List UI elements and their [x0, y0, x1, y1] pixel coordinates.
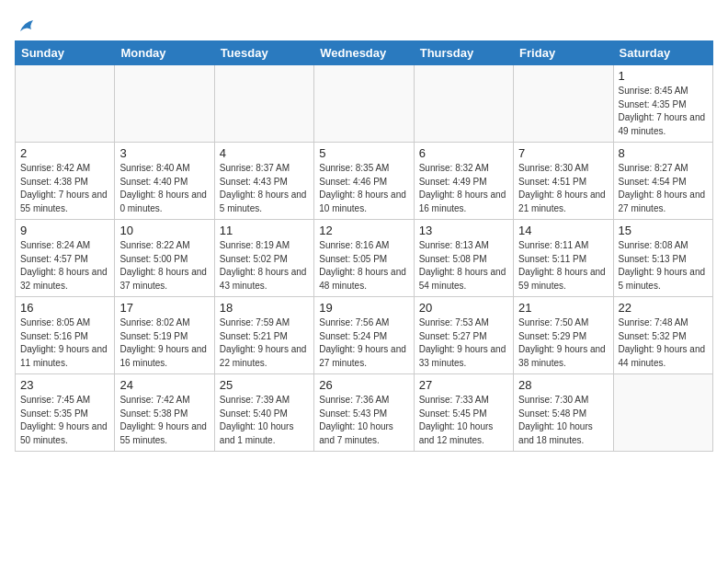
calendar-table: SundayMondayTuesdayWednesdayThursdayFrid…: [15, 40, 713, 452]
weekday-header-friday: Friday: [514, 41, 613, 65]
day-info: Sunrise: 8:37 AM Sunset: 4:43 PM Dayligh…: [220, 162, 309, 215]
day-info: Sunrise: 7:39 AM Sunset: 5:40 PM Dayligh…: [220, 394, 309, 447]
day-number: 5: [319, 146, 408, 160]
calendar-cell: 27Sunrise: 7:33 AM Sunset: 5:45 PM Dayli…: [414, 374, 513, 452]
day-number: 6: [419, 146, 508, 160]
day-info: Sunrise: 8:05 AM Sunset: 5:16 PM Dayligh…: [20, 316, 109, 370]
day-number: 15: [619, 224, 708, 237]
day-number: 8: [619, 146, 708, 160]
calendar-cell: 10Sunrise: 8:22 AM Sunset: 5:00 PM Dayli…: [115, 220, 214, 297]
calendar-cell: 12Sunrise: 8:16 AM Sunset: 5:05 PM Dayli…: [314, 220, 414, 297]
calendar-cell: [16, 65, 115, 143]
calendar-cell: 23Sunrise: 7:45 AM Sunset: 5:35 PM Dayli…: [16, 374, 115, 452]
page-header: [15, 15, 713, 33]
calendar-cell: 9Sunrise: 8:24 AM Sunset: 4:57 PM Daylig…: [16, 220, 115, 297]
day-info: Sunrise: 7:33 AM Sunset: 5:45 PM Dayligh…: [419, 394, 508, 447]
day-info: Sunrise: 7:45 AM Sunset: 5:35 PM Dayligh…: [20, 394, 109, 447]
day-info: Sunrise: 7:50 AM Sunset: 5:29 PM Dayligh…: [518, 316, 608, 370]
day-number: 21: [518, 301, 608, 315]
day-info: Sunrise: 7:48 AM Sunset: 5:32 PM Dayligh…: [619, 316, 708, 370]
calendar-cell: 3Sunrise: 8:40 AM Sunset: 4:40 PM Daylig…: [115, 143, 214, 220]
day-info: Sunrise: 7:56 AM Sunset: 5:24 PM Dayligh…: [319, 316, 408, 370]
calendar-week-row: 16Sunrise: 8:05 AM Sunset: 5:16 PM Dayli…: [16, 297, 713, 374]
day-info: Sunrise: 8:40 AM Sunset: 4:40 PM Dayligh…: [119, 162, 209, 215]
day-info: Sunrise: 7:42 AM Sunset: 5:38 PM Dayligh…: [119, 394, 209, 447]
calendar-week-row: 9Sunrise: 8:24 AM Sunset: 4:57 PM Daylig…: [16, 220, 713, 297]
day-info: Sunrise: 8:08 AM Sunset: 5:13 PM Dayligh…: [619, 239, 708, 293]
weekday-header-tuesday: Tuesday: [214, 41, 313, 65]
logo: [15, 18, 37, 33]
calendar-cell: 13Sunrise: 8:13 AM Sunset: 5:08 PM Dayli…: [414, 220, 513, 297]
day-number: 2: [20, 146, 109, 160]
day-info: Sunrise: 8:24 AM Sunset: 4:57 PM Dayligh…: [20, 239, 109, 293]
day-info: Sunrise: 7:53 AM Sunset: 5:27 PM Dayligh…: [419, 316, 508, 370]
day-number: 4: [220, 146, 309, 160]
day-info: Sunrise: 7:59 AM Sunset: 5:21 PM Dayligh…: [220, 316, 309, 370]
day-number: 26: [319, 378, 408, 392]
calendar-cell: 16Sunrise: 8:05 AM Sunset: 5:16 PM Dayli…: [16, 297, 115, 374]
weekday-header-thursday: Thursday: [414, 41, 513, 65]
day-number: 22: [619, 301, 708, 315]
calendar-cell: 5Sunrise: 8:35 AM Sunset: 4:46 PM Daylig…: [314, 143, 414, 220]
day-number: 9: [20, 224, 109, 237]
calendar-cell: 2Sunrise: 8:42 AM Sunset: 4:38 PM Daylig…: [16, 143, 115, 220]
calendar-cell: 11Sunrise: 8:19 AM Sunset: 5:02 PM Dayli…: [214, 220, 313, 297]
calendar-cell: 28Sunrise: 7:30 AM Sunset: 5:48 PM Dayli…: [514, 374, 613, 452]
calendar-cell: [613, 374, 712, 452]
day-info: Sunrise: 8:11 AM Sunset: 5:11 PM Dayligh…: [518, 239, 608, 293]
calendar-header-row: SundayMondayTuesdayWednesdayThursdayFrid…: [16, 41, 713, 65]
day-info: Sunrise: 8:35 AM Sunset: 4:46 PM Dayligh…: [319, 162, 408, 215]
calendar-cell: 1Sunrise: 8:45 AM Sunset: 4:35 PM Daylig…: [613, 65, 712, 143]
day-number: 13: [419, 224, 508, 237]
calendar-cell: 6Sunrise: 8:32 AM Sunset: 4:49 PM Daylig…: [414, 143, 513, 220]
calendar-week-row: 2Sunrise: 8:42 AM Sunset: 4:38 PM Daylig…: [16, 143, 713, 220]
day-number: 7: [518, 146, 608, 160]
day-info: Sunrise: 8:13 AM Sunset: 5:08 PM Dayligh…: [419, 239, 508, 293]
day-info: Sunrise: 8:45 AM Sunset: 4:35 PM Dayligh…: [619, 85, 708, 138]
calendar-cell: [115, 65, 214, 143]
calendar-cell: [414, 65, 513, 143]
calendar-week-row: 1Sunrise: 8:45 AM Sunset: 4:35 PM Daylig…: [16, 65, 713, 143]
day-number: 1: [619, 69, 708, 83]
day-info: Sunrise: 8:22 AM Sunset: 5:00 PM Dayligh…: [119, 239, 209, 293]
calendar-cell: 20Sunrise: 7:53 AM Sunset: 5:27 PM Dayli…: [414, 297, 513, 374]
day-info: Sunrise: 8:27 AM Sunset: 4:54 PM Dayligh…: [619, 162, 708, 215]
day-number: 20: [419, 301, 508, 315]
calendar-cell: 19Sunrise: 7:56 AM Sunset: 5:24 PM Dayli…: [314, 297, 414, 374]
day-number: 24: [119, 378, 209, 392]
weekday-header-wednesday: Wednesday: [314, 41, 414, 65]
calendar-cell: 21Sunrise: 7:50 AM Sunset: 5:29 PM Dayli…: [514, 297, 613, 374]
calendar-cell: 14Sunrise: 8:11 AM Sunset: 5:11 PM Dayli…: [514, 220, 613, 297]
day-number: 11: [220, 224, 309, 237]
day-info: Sunrise: 8:19 AM Sunset: 5:02 PM Dayligh…: [220, 239, 309, 293]
day-info: Sunrise: 7:30 AM Sunset: 5:48 PM Dayligh…: [518, 394, 608, 447]
calendar-cell: 26Sunrise: 7:36 AM Sunset: 5:43 PM Dayli…: [314, 374, 414, 452]
weekday-header-sunday: Sunday: [16, 41, 115, 65]
weekday-header-saturday: Saturday: [613, 41, 712, 65]
day-number: 3: [119, 146, 209, 160]
day-number: 19: [319, 301, 408, 315]
day-number: 23: [20, 378, 109, 392]
calendar-cell: 7Sunrise: 8:30 AM Sunset: 4:51 PM Daylig…: [514, 143, 613, 220]
calendar-cell: [314, 65, 414, 143]
day-info: Sunrise: 8:02 AM Sunset: 5:19 PM Dayligh…: [119, 316, 209, 370]
day-info: Sunrise: 8:32 AM Sunset: 4:49 PM Dayligh…: [419, 162, 508, 215]
calendar-cell: 25Sunrise: 7:39 AM Sunset: 5:40 PM Dayli…: [214, 374, 313, 452]
day-number: 27: [419, 378, 508, 392]
day-number: 25: [220, 378, 309, 392]
calendar-week-row: 23Sunrise: 7:45 AM Sunset: 5:35 PM Dayli…: [16, 374, 713, 452]
day-info: Sunrise: 8:42 AM Sunset: 4:38 PM Dayligh…: [20, 162, 109, 215]
day-info: Sunrise: 8:30 AM Sunset: 4:51 PM Dayligh…: [518, 162, 608, 215]
calendar-cell: 24Sunrise: 7:42 AM Sunset: 5:38 PM Dayli…: [115, 374, 214, 452]
calendar-cell: 4Sunrise: 8:37 AM Sunset: 4:43 PM Daylig…: [214, 143, 313, 220]
calendar-cell: [514, 65, 613, 143]
calendar-cell: 17Sunrise: 8:02 AM Sunset: 5:19 PM Dayli…: [115, 297, 214, 374]
logo-bird-icon: [17, 18, 37, 35]
calendar-cell: 8Sunrise: 8:27 AM Sunset: 4:54 PM Daylig…: [613, 143, 712, 220]
day-number: 14: [518, 224, 608, 237]
day-number: 16: [20, 301, 109, 315]
day-number: 12: [319, 224, 408, 237]
day-info: Sunrise: 7:36 AM Sunset: 5:43 PM Dayligh…: [319, 394, 408, 447]
calendar-cell: 22Sunrise: 7:48 AM Sunset: 5:32 PM Dayli…: [613, 297, 712, 374]
day-info: Sunrise: 8:16 AM Sunset: 5:05 PM Dayligh…: [319, 239, 408, 293]
